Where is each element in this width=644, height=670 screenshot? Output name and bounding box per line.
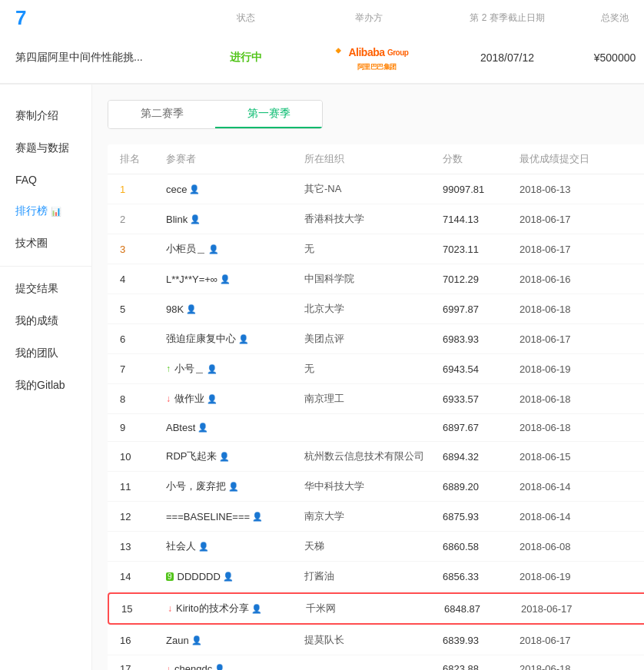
user-icon: 👤 <box>219 452 230 462</box>
col-rank: 排名 <box>120 152 166 166</box>
leaderboard-table: 排名 参赛者 所在组织 分数 最优成绩提交日 1 cece 👤 其它-NA 99… <box>108 144 644 670</box>
sidebar-item-submit-label: 提交结果 <box>15 282 58 296</box>
user-icon: 👤 <box>189 184 200 194</box>
sidebar-item-myscore-label: 我的成绩 <box>15 314 58 328</box>
sidebar-item-submit[interactable]: 提交结果 <box>0 273 91 305</box>
rank-cell: 17 <box>120 663 166 670</box>
date-cell: 2018-06-17 <box>520 214 642 225</box>
sidebar-item-faq[interactable]: FAQ <box>0 164 91 195</box>
status-col-label: 状态 <box>200 12 292 25</box>
org-cell: 华中科技大学 <box>304 479 443 493</box>
col-org: 所在组织 <box>304 152 443 166</box>
score-cell: 6860.58 <box>443 541 520 552</box>
table-header: 排名 参赛者 所在组织 分数 最优成绩提交日 <box>108 144 644 174</box>
table-row: 2 Blink 👤 香港科技大学 7144.13 2018-06-17 <box>108 204 644 234</box>
date-cell: 2018-06-16 <box>520 274 642 285</box>
table-row: 14 9DDDDDD 👤 打酱油 6856.33 2018-06-19 <box>108 562 644 592</box>
score-cell: 6943.54 <box>443 363 520 375</box>
logo-area: 7 <box>15 6 200 30</box>
participant-cell: ↑小号＿ 👤 <box>166 362 304 376</box>
table-row: 16 Zaun 👤 提莫队长 6839.93 2018-06-17 <box>108 625 644 655</box>
organizer-col-label: 举办方 <box>292 12 446 25</box>
sidebar: 赛制介绍 赛题与数据 FAQ 排行榜 📊 技术圈 提交结果 我的成绩 我的团队 … <box>0 85 92 670</box>
logo-icon: 7 <box>15 6 26 30</box>
rank-cell: 3 <box>120 244 166 255</box>
sidebar-item-rules[interactable]: 赛制介绍 <box>0 100 91 132</box>
participant-cell: 社会人 👤 <box>166 539 304 553</box>
date-cell: 2018-06-14 <box>520 511 642 522</box>
participant-cell: Zaun 👤 <box>166 635 304 646</box>
participant-cell: ↓做作业 👤 <box>166 392 304 406</box>
date-cell: 2018-06-14 <box>520 481 642 493</box>
table-row: 6 强迫症康复中心 👤 美团点评 6983.93 2018-06-17 <box>108 324 644 354</box>
user-icon: 👤 <box>208 244 219 254</box>
sidebar-item-techcircle[interactable]: 技术圈 <box>0 227 91 260</box>
score-cell: 6933.57 <box>443 393 520 405</box>
sidebar-item-techcircle-label: 技术圈 <box>15 237 48 250</box>
prize-value: ¥500000 <box>569 51 644 64</box>
org-cell: 北京大学 <box>304 302 443 316</box>
user-icon: 👤 <box>198 542 209 552</box>
table-row: 11 小号，废弃把 👤 华中科技大学 6889.20 2018-06-14 <box>108 472 644 502</box>
participant-cell: ABtest 👤 <box>166 422 304 433</box>
user-icon: 👤 <box>207 394 217 404</box>
user-icon: 👤 <box>238 334 249 344</box>
participant-cell: 9DDDDDD 👤 <box>166 571 304 582</box>
score-cell: 6983.93 <box>443 333 520 345</box>
col-score: 分数 <box>443 152 520 166</box>
rank-cell: 15 <box>121 603 168 615</box>
user-icon: 👤 <box>252 512 263 522</box>
org-cell: 无 <box>304 362 443 376</box>
sidebar-item-mygitlab-label: 我的Gitlab <box>15 379 65 393</box>
user-icon: 👤 <box>186 304 197 314</box>
sidebar-item-problems-label: 赛题与数据 <box>15 141 69 155</box>
sidebar-item-problems[interactable]: 赛题与数据 <box>0 132 91 164</box>
user-icon: 👤 <box>191 635 202 645</box>
tab-season1[interactable]: 第一赛季 <box>215 101 322 128</box>
user-icon: 👤 <box>223 572 234 582</box>
table-row: 10 RDP飞起来 👤 杭州数云信息技术有限公司 6894.32 2018-06… <box>108 442 644 472</box>
tab-season2[interactable]: 第二赛季 <box>108 101 215 128</box>
deadline-col-label: 第 2 赛季截止日期 <box>446 12 569 25</box>
org-cell: 打酱油 <box>304 569 443 583</box>
user-icon: 👤 <box>207 364 217 374</box>
score-cell: 6856.33 <box>443 571 520 582</box>
date-cell: 2018-06-19 <box>520 571 642 582</box>
org-cell: 中国科学院 <box>304 272 443 286</box>
score-cell: 6894.32 <box>443 451 520 463</box>
sidebar-item-mygitlab[interactable]: 我的Gitlab <box>0 370 91 402</box>
table-body: 1 cece 👤 其它-NA 99097.81 2018-06-13 2 Bli… <box>108 174 644 670</box>
date-cell: 2018-06-18 <box>520 663 642 670</box>
score-cell: 6997.87 <box>443 303 520 315</box>
table-row: 5 98K 👤 北京大学 6997.87 2018-06-18 <box>108 294 644 324</box>
org-cell: 其它-NA <box>304 182 443 196</box>
user-icon: 👤 <box>251 604 262 614</box>
leaderboard-icon: 📊 <box>51 207 61 217</box>
rank-cell: 13 <box>120 541 166 552</box>
participant-cell: L**J**Y=+∞ 👤 <box>166 274 304 285</box>
participant-cell: 小号，废弃把 👤 <box>166 479 304 493</box>
score-cell: 6875.93 <box>443 511 520 522</box>
rank-cell: 5 <box>120 303 166 315</box>
sidebar-item-myteam[interactable]: 我的团队 <box>0 337 91 370</box>
participant-cell: ↓chengdc 👤 <box>166 663 304 670</box>
participant-cell: ===BASELINE=== 👤 <box>166 511 304 522</box>
org-cell: 南京大学 <box>304 509 443 523</box>
score-cell: 6889.20 <box>443 481 520 493</box>
table-row: 9 ABtest 👤 6897.67 2018-06-18 <box>108 414 644 442</box>
sidebar-item-myteam-label: 我的团队 <box>15 347 58 360</box>
table-row: 3 小柜员＿ 👤 无 7023.11 2018-06-17 <box>108 234 644 264</box>
sidebar-item-leaderboard[interactable]: 排行榜 📊 <box>0 195 91 227</box>
table-row: 12 ===BASELINE=== 👤 南京大学 6875.93 2018-06… <box>108 502 644 532</box>
sidebar-item-myscore[interactable]: 我的成绩 <box>0 305 91 337</box>
date-cell: 2018-06-13 <box>520 184 642 195</box>
org-cell: 千米网 <box>306 602 444 615</box>
date-cell: 2018-06-18 <box>520 303 642 315</box>
score-cell: 6897.67 <box>443 422 520 433</box>
score-cell: 7144.13 <box>443 214 520 225</box>
user-icon: 👤 <box>190 214 201 224</box>
org-cell: 杭州数云信息技术有限公司 <box>304 449 443 463</box>
sidebar-item-leaderboard-label: 排行榜 <box>15 204 48 218</box>
prize-col-label: 总奖池 <box>569 12 644 25</box>
participant-cell: 98K 👤 <box>166 303 304 315</box>
